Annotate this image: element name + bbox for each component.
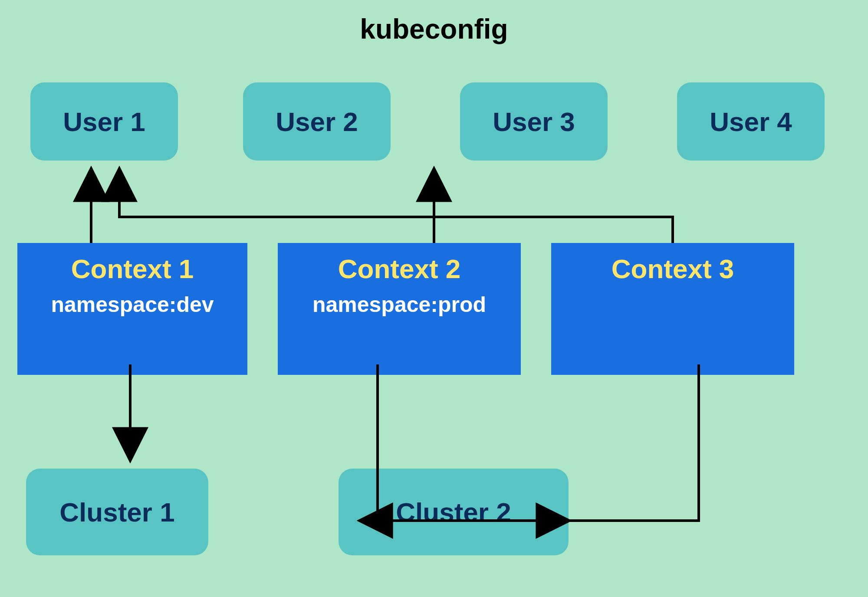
context-box-3: Context 3 <box>551 243 794 375</box>
user-box-2: User 2 <box>243 82 391 161</box>
context-title: Context 2 <box>338 253 460 284</box>
arrow-context3-to-user1 <box>119 169 673 243</box>
context-box-2: Context 2 namespace:prod <box>278 243 521 375</box>
user-box-1: User 1 <box>30 82 178 161</box>
user-box-3: User 3 <box>460 82 608 161</box>
user-label: User 4 <box>710 106 792 137</box>
cluster-box-1: Cluster 1 <box>26 469 208 555</box>
context-title: Context 3 <box>612 253 734 284</box>
context-title: Context 1 <box>71 253 194 284</box>
context-namespace: namespace:dev <box>51 292 214 317</box>
user-box-4: User 4 <box>677 82 825 161</box>
user-label: User 1 <box>63 106 145 137</box>
user-label: User 2 <box>276 106 358 137</box>
diagram-title: kubeconfig <box>0 13 868 45</box>
user-label: User 3 <box>493 106 575 137</box>
cluster-box-2: Cluster 2 <box>339 469 569 555</box>
context-box-1: Context 1 namespace:dev <box>17 243 247 375</box>
cluster-label: Cluster 1 <box>59 497 174 528</box>
cluster-label: Cluster 2 <box>396 497 511 528</box>
context-namespace: namespace:prod <box>312 292 486 317</box>
